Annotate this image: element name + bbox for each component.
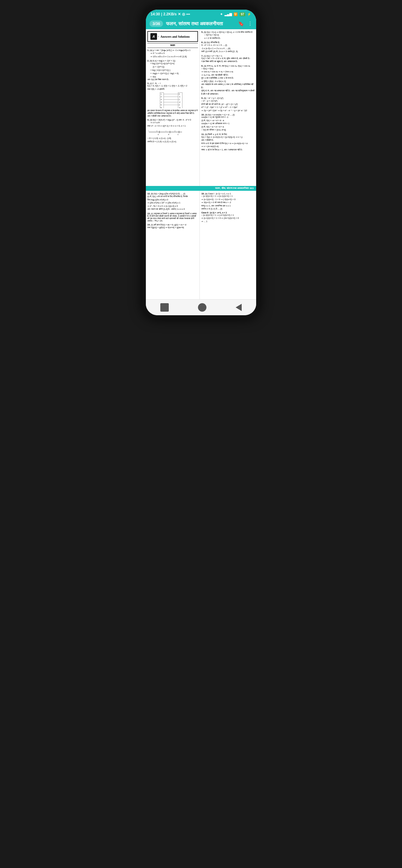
page-number-bar: फलन, सीमा, सांतत्य तथा अवकलनीयता 903 (146, 186, 256, 191)
svg-text:+: + (175, 130, 176, 132)
problem-12: 12. (b) f(x) = [log₁₀((5x-x²)/4)]^(1/2) … (147, 193, 198, 211)
p11-step2: अतः f एकैकी है। (201, 138, 255, 142)
phone-screen: 14:30 | 2.2KB/s ✕ ◎ ••• ✦ ▂▄▆ 🛜 97 ⚡ 3/3… (146, 10, 256, 315)
p2-step1: = log (√(x²+1)-x)(√(x²+1)+x) (150, 62, 198, 65)
home-nav-btn[interactable] (198, 303, 207, 312)
p9-step3: e²ˣ + y² - 2yeˣ = 1 + y² ⇒ e²ˣ - 1 = 2ye… (201, 106, 255, 109)
p4-step1: ⇒ x ≠ ±√4 (150, 121, 198, 124)
p7-step1: f'(x) = 3x² + 5 > 0 ∀ x ∈ R, पूर्णतः वर्… (201, 57, 255, 60)
bottom-nav (146, 299, 256, 315)
svg-text:−: − (165, 130, 167, 132)
data-speed: 2.2KB/s (163, 12, 177, 16)
svg-text:0: 0 (168, 133, 169, 135)
p18-header: 18. (a) Case I : |x-1| = x-1, x ≥ 1 (201, 193, 255, 195)
svg-text:5: 5 (161, 104, 162, 106)
p11-header: 11. (b) किसी x, y ∈ R, के लिए (201, 133, 255, 135)
back-nav-btn[interactable] (236, 304, 242, 311)
p10-step2: (i) से, f(x) = -a + d = d - a (201, 119, 255, 122)
location-icon: ◎ (182, 12, 185, 16)
p18-c2-header: Case II : |x-1| = -x+1, x < 1 (201, 212, 255, 214)
function-diagram: 1 2 3 4 5 6 0 -1 1 -2 2 -3 (159, 92, 186, 108)
svg-text:6: 6 (161, 107, 162, 108)
problem-14: 14. (c) हमें ज्ञात है f(x) = ax + b, g(x… (147, 224, 198, 229)
p7-step2: f एक विषम कोटि का बहुपद है, अतः आच्छादक … (201, 60, 255, 63)
bookmark-icon[interactable]: 🔖 (238, 21, 244, 27)
p1-header: 1. (a) y = sin⁻¹ [log₃ (x/3) ] ⇒ -1 ≤ lo… (147, 49, 198, 52)
p3-explanation: इस प्रकार के फलन में समुच्चय A के प्रत्य… (147, 109, 198, 117)
p4-domain2: अर्थात् D = (-1,0) ∪ (1,2) ∪ (2,∞). (147, 140, 198, 144)
problem-1: 1. (a) y = sin⁻¹ [log₃ (x/3) ] ⇒ -1 ≤ lo… (147, 49, 198, 58)
p3-more: तथा f(6) = -3 इत्यादि (147, 88, 198, 91)
svg-text:4: 4 (161, 101, 162, 103)
p1-step2: ⇒ 1/3 ≤ x/3 ≤ 3 ⇒ 1 ≤ x ≤ 9 ⇒ x ∈ [1,9]. (150, 55, 198, 58)
page-content-2: 12. (b) f(x) = [log₁₀((5x-x²)/4)]^(1/2) … (146, 191, 256, 299)
p2-conclusion: अतः f(x) एक विषम फलन है। (147, 79, 198, 81)
p11-step5: स्पष्टः x ∉ R के लिए α = 1, अतः f आच्छाद… (201, 148, 255, 152)
nav-bar: 3/36 फलन, सांतत्य तथा अवकलनीयता 🔖 ⋮ (146, 18, 256, 29)
status-bar: 14:30 | 2.2KB/s ✕ ◎ ••• ✦ ▂▄▆ 🛜 97 ⚡ (146, 10, 256, 18)
p8-step4: पुनः x का f-प्रतिबिम्ब -1 तथा 1 के मध्य … (201, 76, 255, 80)
p4-step2: तथा x³ - x > 0 ⇒ x(x²-1) > 0 ⇒ x > 0, x … (147, 124, 198, 128)
p6-header: 6. (b) f(x) परिभाषित है, (201, 41, 255, 44)
problem-4: 4. (d) f(x) = 3/(4-x²) + log₁₀(x³ - x) अ… (147, 119, 198, 143)
problem-10: 10. (d) f(x) = a·cos(bx + c) + d .....(i… (201, 114, 255, 132)
status-right: ✦ ▂▄▆ 🛜 97 ⚡ (220, 12, 251, 16)
p5-step1: ∴ f(2+x) = f(2-x) (204, 33, 255, 37)
nav-title: फलन, सांतत्य तथा अवकलनीयता (166, 21, 235, 27)
p12-cond: लिए log₁₀[(5x-x²)/4] ≥ 0 (147, 198, 198, 202)
p12-conclusion: अतः फलन का डोमेन [1,4] है। अर्थात् 1 ≤ x… (147, 208, 198, 211)
p10-header: 10. (d) f(x) = a·cos(bx + c) + d .....(i… (201, 114, 255, 116)
dots-icon: ••• (186, 12, 190, 16)
p1-arrow: ] ⇒ -1 ≤ log₃(x/3) ≤ 1 (171, 49, 190, 51)
p8-step6: अतः सहप्रांत के अन्य अवयव (-1 तथा 1 के अ… (201, 83, 255, 89)
p8-step7: f[R] ∈ R, अतः यह आच्छादक नहीं है। अतः यह… (201, 89, 255, 96)
page-label-2: फलन, सीमा, सांतत्य तथा अवकलनीयता 903 (215, 187, 254, 190)
number-line-svg: − + − + -1 0 1 (147, 129, 184, 135)
phone-frame: 14:30 | 2.2KB/s ✕ ◎ ••• ✦ ▂▄▆ 🛜 97 ⚡ 3/3… (142, 6, 260, 319)
p2-step4: = -log(x + √(x²+1)) (∵ log1 = 0) (150, 72, 198, 75)
p13-header: 13. (c) समुच्चय A जिसमें 3 अवयव व समुच्च… (147, 213, 198, 222)
p10-step1: cos(bx + c) का न्यूनतम मान = -1 (201, 116, 255, 119)
svg-text:−: − (148, 130, 149, 132)
p9-step2: दोनों पक्षी का वर्ग करने पर, (eˣ - y)² =… (201, 103, 255, 106)
svg-text:2: 2 (179, 104, 180, 106)
svg-text:-2: -2 (179, 101, 181, 103)
svg-text:1: 1 (179, 98, 180, 100)
p11-step1: f(x) = f(y) ⇒ (x-m)/(x-n) = (y-m)/(y-n) … (201, 135, 255, 139)
p2-step5: = -f(x) (150, 75, 198, 79)
p12-step1: ⇒ ((5x-x²)/4) ≥ 10⁰ ⇒ ((5x-x²)/4) ≥ 1 (147, 201, 198, 205)
svg-text:1: 1 (178, 133, 179, 135)
p8-step2: ⇒ cos x₁ = cos x₂ ⇒ x₁ = 2nπ ± x₂ (201, 70, 255, 73)
problem-11: 11. (b) किसी x, y ∈ R, के लिए f(x) = f(y… (201, 133, 255, 152)
p6-step2: -1 ≤ (x-3) ≤ 1 ⇒ 2 ≤ x ≤ 4 .....(ii) (201, 47, 255, 50)
p10-step4: (i) से, f(x) = a + d = d + a (201, 125, 255, 129)
p4-domain1: ∴ D = (-1,0) ∪ (1,∞) - {√4} (147, 137, 198, 140)
p18-c1-step3: ⇒ 3/(x+2) > 0 जो सत्य है जब x > -2 (201, 201, 255, 204)
p3-values: f(1) = 0, f(2) = -1, f(3) = 1, f(4) = -2… (147, 84, 198, 88)
p5-header: 5. (b) f(x) = f(-x) ⇒ f(0+x) = f(0-x), x… (201, 31, 255, 33)
network-speed: | (161, 12, 162, 16)
signal-bars: ▂▄▆ (224, 12, 232, 16)
nav-icons: 🔖 ⋮ (238, 21, 252, 27)
p18-c1-result: अर्थात् x ∈ [1,∞) है .....(i) (201, 207, 255, 211)
p2-step2: (x + √(x²+1)) (153, 65, 198, 68)
p3-num: 3. (c) f : N → I (147, 82, 198, 84)
p11-step3: माना α ∈ R इस प्रकार है कि f(x) = α ⇒ (x… (201, 142, 255, 145)
p12-info: (i) से, f(x), x के उन मानों के लिए परिभा… (147, 195, 198, 198)
problem-2: 2. (b) f(-x) = log(-x + √(x² + 1)) = log… (147, 60, 198, 81)
more-options-icon[interactable]: ⋮ (248, 21, 252, 27)
battery-level: 97 (240, 12, 245, 16)
p18-c1-step4: परन्तु x ≥ 1, अतः उभयनिष्ठ हल x ≥ 1 (201, 204, 255, 208)
problem-6: 6. (b) f(x) परिभाषित है, 9 - x² > 0 ⇒ -3… (201, 41, 255, 53)
p4-numberline: − + − + -1 0 1 (147, 129, 198, 135)
right-column-1: 5. (b) f(x) = f(-x) ⇒ f(0+x) = f(0-x), x… (200, 29, 256, 186)
problem-5: 5. (b) f(x) = f(-x) ⇒ f(0+x) = f(0-x), x… (201, 31, 255, 40)
svg-text:2: 2 (161, 96, 162, 98)
wifi-icon: 🛜 (234, 12, 238, 16)
answers-title: Answers and Solutions (160, 35, 190, 38)
p18-c2-step1: ∴ |x-1|/(x+2) < 1 ⇒ (-x+1)/(x+2) < 1 (201, 214, 255, 217)
square-nav-btn[interactable] (160, 303, 169, 312)
p18-c1-step2: ⇒ (x-1)/(x+2) - 1 < 0 ⇒ (-3)/(x+2) < 0 (201, 198, 255, 201)
svg-text:0: 0 (179, 93, 180, 95)
p8-header: 8. (a) माना x₁, x₂ ∈ R, तब f(x₁) = cos x… (201, 65, 255, 67)
